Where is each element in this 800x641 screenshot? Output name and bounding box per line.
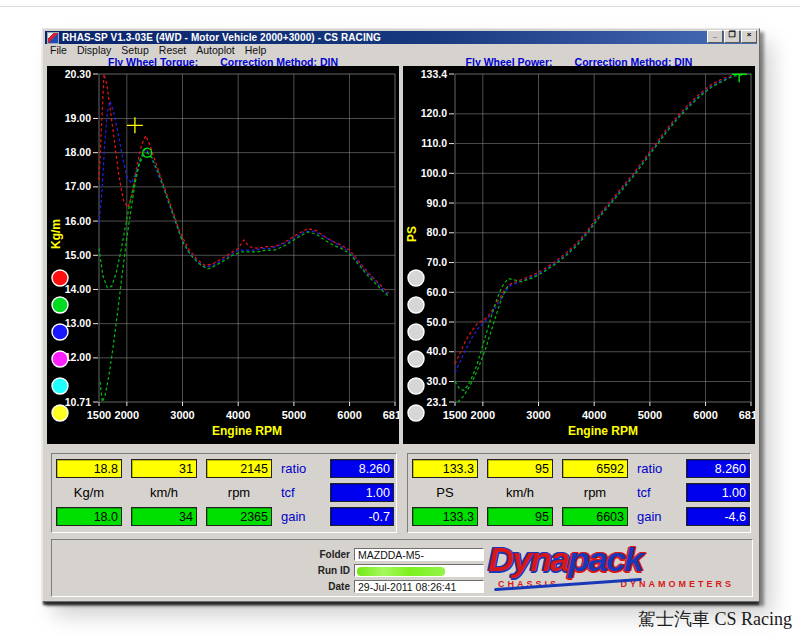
y-tick-label: 13.00 bbox=[65, 317, 91, 329]
unit-label: PS bbox=[412, 483, 478, 502]
series-run-red bbox=[99, 74, 389, 293]
channel-dot-5[interactable] bbox=[408, 405, 424, 421]
x-tick-label: 4000 bbox=[226, 409, 250, 421]
field-input-run-id[interactable] bbox=[354, 564, 484, 577]
run-id-redacted bbox=[357, 567, 445, 576]
y-tick-label: 40.0 bbox=[427, 345, 448, 357]
channel-dot-1[interactable] bbox=[52, 297, 68, 313]
x-axis-title: Engine RPM bbox=[212, 424, 282, 438]
x-tick-label: 4000 bbox=[582, 409, 606, 421]
torque-chart[interactable]: 150020003000400050006000681620.3019.0018… bbox=[47, 66, 399, 444]
x-tick-label: 6816 bbox=[739, 409, 755, 421]
x-tick-label: 5000 bbox=[638, 409, 662, 421]
channel-dot-4[interactable] bbox=[408, 378, 424, 394]
y-tick-label: 60.0 bbox=[427, 286, 448, 298]
x-tick-label: 6000 bbox=[337, 409, 361, 421]
menu-item-file[interactable]: File bbox=[45, 44, 72, 56]
menu-item-setup[interactable]: Setup bbox=[116, 44, 153, 56]
x-tick-label: 6000 bbox=[693, 409, 717, 421]
y-axis-title: Kg/m bbox=[49, 219, 63, 249]
minimize-button[interactable]: _ bbox=[707, 30, 723, 43]
x-tick-label: 3000 bbox=[170, 409, 194, 421]
field-input-date[interactable]: 29-Jul-2011 08:26:41 bbox=[354, 580, 484, 593]
tcf-value: 1.00 bbox=[686, 483, 750, 502]
cursor-value: 95 bbox=[487, 459, 553, 478]
channel-dot-0[interactable] bbox=[408, 270, 424, 286]
x-tick-label: 6816 bbox=[383, 409, 399, 421]
power-readout-table: 133.3956592ratio8.260PSkm/hrpmtcf1.00133… bbox=[407, 453, 751, 533]
footer-panel: FolderMAZDDA-M5-Run IDDate29-Jul-2011 08… bbox=[51, 539, 753, 597]
unit-label: rpm bbox=[562, 483, 628, 502]
ratio-value: 8.260 bbox=[330, 459, 394, 478]
menu-item-help[interactable]: Help bbox=[240, 44, 272, 56]
series-run-green bbox=[455, 74, 751, 390]
channel-dot-3[interactable] bbox=[52, 351, 68, 367]
photo-edge-line bbox=[0, 6, 800, 7]
y-tick-label: 18.00 bbox=[65, 146, 91, 158]
channel-dot-0[interactable] bbox=[52, 270, 68, 286]
y-tick-label: 10.71 bbox=[65, 396, 91, 408]
y-tick-label: 23.1 bbox=[427, 396, 448, 408]
menu-item-display[interactable]: Display bbox=[72, 44, 116, 56]
logo-word-pack: pack bbox=[568, 541, 642, 579]
y-tick-label: 110.0 bbox=[421, 137, 447, 149]
gain-label: gain bbox=[281, 507, 321, 526]
y-tick-label: 17.00 bbox=[65, 180, 91, 192]
y-tick-label: 133.4 bbox=[421, 68, 447, 80]
cursor-marker-cross bbox=[127, 117, 143, 133]
channel-dot-5[interactable] bbox=[52, 405, 68, 421]
y-tick-label: 12.00 bbox=[65, 351, 91, 363]
field-label: Folder bbox=[292, 549, 350, 560]
y-tick-label: 16.00 bbox=[65, 215, 91, 227]
window-controls: _ ❐ × bbox=[707, 30, 757, 43]
ratio-value: 8.260 bbox=[686, 459, 750, 478]
channel-dot-2[interactable] bbox=[408, 324, 424, 340]
field-input-folder[interactable]: MAZDDA-M5- bbox=[354, 548, 484, 561]
gain-value: -4.6 bbox=[686, 507, 750, 526]
peak-value: 2365 bbox=[206, 507, 272, 526]
unit-label: rpm bbox=[206, 483, 272, 502]
chart-canvas[interactable]: 1500200030004000500060006816133.4120.011… bbox=[403, 66, 755, 444]
x-axis-title: Engine RPM bbox=[568, 424, 638, 438]
cursor-value: 18.8 bbox=[56, 459, 122, 478]
field-label: Date bbox=[292, 581, 350, 592]
y-tick-label: 120.0 bbox=[421, 107, 447, 119]
chart-canvas[interactable]: 150020003000400050006000681620.3019.0018… bbox=[47, 66, 399, 444]
y-tick-label: 20.30 bbox=[65, 68, 91, 80]
y-tick-label: 50.0 bbox=[427, 316, 448, 328]
channel-dot-2[interactable] bbox=[52, 324, 68, 340]
cursor-value: 2145 bbox=[206, 459, 272, 478]
dynapack-logo: Dynapack CHASSIS DYNAMOMETERS bbox=[488, 543, 738, 593]
app-icon bbox=[47, 32, 59, 44]
unit-label: km/h bbox=[487, 483, 553, 502]
y-tick-label: 19.00 bbox=[65, 112, 91, 124]
ratio-label: ratio bbox=[281, 459, 321, 478]
x-tick-label: 2000 bbox=[115, 409, 139, 421]
app-window: RHAS-SP V1.3-03E (4WD - Motor Vehicle 20… bbox=[42, 28, 760, 602]
window-title: RHAS-SP V1.3-03E (4WD - Motor Vehicle 20… bbox=[62, 32, 381, 43]
x-tick-label: 1500 bbox=[87, 409, 111, 421]
tcf-label: tcf bbox=[637, 483, 677, 502]
logo-word-dyna: Dyna bbox=[488, 541, 568, 579]
y-tick-label: 15.00 bbox=[65, 249, 91, 261]
y-tick-label: 90.0 bbox=[427, 197, 448, 209]
menu-item-autoplot[interactable]: Autoplot bbox=[191, 44, 240, 56]
channel-dot-1[interactable] bbox=[408, 297, 424, 313]
x-tick-label: 2000 bbox=[471, 409, 495, 421]
x-tick-label: 1500 bbox=[443, 409, 467, 421]
cursor-value: 133.3 bbox=[412, 459, 478, 478]
channel-dot-4[interactable] bbox=[52, 378, 68, 394]
maximize-button[interactable]: ❐ bbox=[724, 30, 740, 43]
menu-bar: FileDisplaySetupResetAutoplotHelp bbox=[45, 44, 757, 56]
title-bar: RHAS-SP V1.3-03E (4WD - Motor Vehicle 20… bbox=[45, 31, 757, 44]
y-tick-label: 30.0 bbox=[427, 375, 448, 387]
channel-dot-3[interactable] bbox=[408, 351, 424, 367]
field-label: Run ID bbox=[292, 565, 350, 576]
menu-item-reset[interactable]: Reset bbox=[154, 44, 191, 56]
unit-label: km/h bbox=[131, 483, 197, 502]
power-chart[interactable]: 1500200030004000500060006816133.4120.011… bbox=[403, 66, 755, 444]
close-button[interactable]: × bbox=[741, 30, 757, 43]
gain-label: gain bbox=[637, 507, 677, 526]
x-tick-label: 3000 bbox=[526, 409, 550, 421]
y-tick-label: 80.0 bbox=[427, 226, 448, 238]
